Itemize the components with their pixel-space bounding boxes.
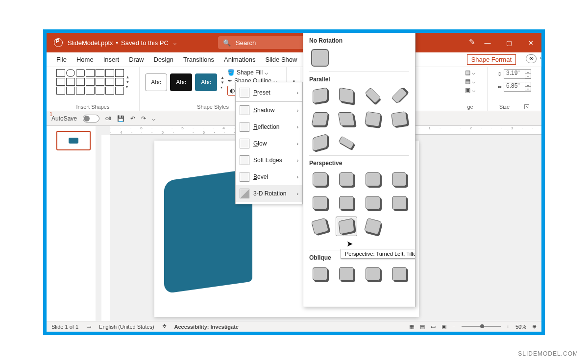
autosave-label: AutoSave — [51, 115, 77, 122]
zoom-in-button[interactable]: + — [507, 324, 510, 330]
vertical-ruler — [101, 135, 110, 321]
rotation-perspective-4[interactable] — [389, 170, 410, 189]
tab-slideshow[interactable]: Slide Show — [260, 56, 302, 63]
group-insert-shapes: ▲▼▾ Insert Shapes — [47, 67, 140, 111]
chevron-down-icon[interactable]: ⌵ — [152, 115, 155, 122]
rotation-parallel-10[interactable] — [336, 133, 357, 152]
zoom-value[interactable]: 50% — [515, 324, 526, 330]
width-input[interactable]: 6.85"▴▾ — [504, 82, 531, 92]
rotation-perspective-1[interactable] — [309, 170, 331, 189]
rotation-none[interactable] — [309, 47, 331, 69]
tab-draw[interactable]: Draw — [124, 56, 148, 63]
height-icon: ⇕ — [497, 71, 502, 77]
gallery-scroll[interactable]: ▲▼▾ — [126, 75, 130, 89]
style-swatch-3[interactable]: Abc — [195, 73, 217, 91]
rotation-parallel-2[interactable] — [336, 86, 357, 105]
effects-3d-rotation[interactable]: 3-D Rotation› — [236, 185, 302, 202]
chevron-right-icon[interactable]: › — [540, 55, 541, 61]
rotation-parallel-1[interactable] — [309, 86, 331, 105]
slide-sorter-icon[interactable]: ▤ — [420, 323, 425, 330]
shape-fill-button[interactable]: 🪣Shape Fill⌵ — [227, 69, 281, 76]
slideshow-view-icon[interactable]: ▣ — [441, 323, 446, 330]
tab-transitions[interactable]: Transitions — [178, 56, 219, 63]
width-icon: ⇔ — [497, 84, 502, 90]
bring-forward-icon[interactable]: ▤ ⌵ — [465, 69, 475, 76]
rotation-parallel-6[interactable] — [336, 109, 357, 129]
rotation-oblique-2[interactable] — [336, 264, 357, 284]
rotation-oblique-1[interactable] — [309, 264, 331, 284]
slide-count[interactable]: Slide 1 of 1 — [51, 324, 78, 330]
save-icon[interactable]: 💾 — [117, 115, 124, 122]
watermark: SLIDEMODEL.COM — [518, 350, 578, 357]
style-swatch-1[interactable]: Abc — [145, 73, 167, 91]
size-launcher-icon[interactable]: ↘ — [524, 104, 529, 109]
language-button[interactable]: English (United States) — [99, 324, 154, 330]
tab-design[interactable]: Design — [149, 56, 178, 63]
rotation-perspective-7[interactable] — [362, 193, 384, 213]
effects-shadow[interactable]: Shadow› — [236, 102, 302, 119]
rotation-tooltip: Perspective: Turned Left, Tilted Up — [341, 249, 416, 259]
fit-to-window-icon[interactable]: ⊕ — [532, 323, 537, 330]
tab-file[interactable]: File — [51, 56, 72, 63]
pencil-icon[interactable]: ✎ — [469, 38, 475, 47]
chevron-down-icon[interactable]: ⌵ — [173, 40, 176, 46]
send-backward-icon[interactable]: ▦ ⌵ — [465, 78, 475, 85]
rotation-oblique-4[interactable] — [389, 264, 410, 284]
rotation-perspective-11[interactable] — [362, 217, 384, 236]
document-title[interactable]: SlideModel.pptx • Saved to this PC ⌵ — [68, 39, 176, 47]
ribbon-tabs: File Home Insert Draw Design Transitions… — [47, 52, 541, 67]
rotation-gallery: No Rotation Parallel Perspective — [303, 29, 416, 307]
rotation-parallel-4[interactable] — [389, 86, 410, 105]
titlebar: SlideModel.pptx • Saved to this PC ⌵ 🔍 S… — [47, 33, 541, 52]
rotation-perspective-turned-left-tilted-up[interactable] — [336, 217, 357, 236]
perspective-grid — [309, 170, 409, 236]
rotation-perspective-8[interactable] — [389, 193, 410, 213]
rotation-parallel-3[interactable] — [362, 86, 384, 105]
rotation-parallel-8[interactable] — [389, 109, 410, 129]
thumbnails-pane[interactable]: 1 — [47, 126, 96, 321]
pen-icon: ✒ — [227, 77, 232, 84]
autosave-toggle[interactable] — [83, 115, 99, 122]
zoom-out-button[interactable]: − — [452, 324, 455, 330]
ribbon-display-button[interactable]: ⦿ — [526, 54, 537, 63]
undo-icon[interactable]: ↶ — [130, 115, 135, 122]
group-label: Shape Styles — [197, 104, 229, 110]
tab-animations[interactable]: Animations — [219, 56, 260, 63]
rotation-perspective-6[interactable] — [336, 193, 357, 213]
rotation-perspective-2[interactable] — [336, 170, 357, 189]
rotation-perspective-3[interactable] — [362, 170, 384, 189]
effects-bevel[interactable]: Bevel› — [236, 169, 302, 185]
effects-glow[interactable]: Glow› — [236, 135, 302, 152]
close-button[interactable]: ✕ — [520, 33, 541, 52]
style-swatches[interactable]: Abc Abc Abc — [144, 73, 219, 91]
effects-preset[interactable]: Preset› — [236, 84, 302, 101]
filename-text: SlideModel.pptx — [68, 39, 113, 47]
rotation-parallel-7[interactable] — [362, 109, 384, 129]
rotation-parallel-9[interactable] — [309, 133, 331, 152]
rotation-oblique-3[interactable] — [362, 264, 384, 284]
style-swatch-2[interactable]: Abc — [170, 73, 192, 91]
accessibility-button[interactable]: Accessibility: Investigate — [174, 324, 239, 330]
shapes-gallery[interactable] — [56, 69, 124, 95]
save-status-text: Saved to this PC — [121, 39, 169, 47]
normal-view-icon[interactable]: ▦ — [409, 323, 414, 330]
tab-shape-format[interactable]: Shape Format — [467, 54, 516, 65]
app-window: SlideModel.pptx • Saved to this PC ⌵ 🔍 S… — [43, 29, 545, 335]
rotation-perspective-9[interactable] — [309, 217, 331, 236]
effects-reflection[interactable]: Reflection› — [236, 119, 302, 135]
height-input[interactable]: 3.19"▴▾ — [504, 69, 531, 79]
selection-pane-icon[interactable]: ▣ ⌵ — [465, 87, 475, 94]
zoom-slider[interactable] — [462, 326, 501, 327]
rotation-parallel-5[interactable] — [309, 109, 331, 129]
slide-thumbnail-1[interactable] — [56, 131, 91, 150]
redo-icon[interactable]: ↷ — [141, 115, 146, 122]
rotation-perspective-5[interactable] — [309, 193, 331, 213]
tab-insert[interactable]: Insert — [98, 56, 124, 63]
minimize-button[interactable]: — — [477, 33, 498, 52]
reading-view-icon[interactable]: ▭ — [431, 323, 436, 330]
effects-soft-edges[interactable]: Soft Edges› — [236, 152, 302, 169]
maximize-button[interactable]: ▢ — [498, 33, 520, 52]
style-scroll[interactable]: ▲▼▾ — [220, 75, 224, 90]
tab-home[interactable]: Home — [72, 56, 98, 63]
status-bar: Slide 1 of 1 ▭ English (United States) ✲… — [47, 321, 541, 332]
